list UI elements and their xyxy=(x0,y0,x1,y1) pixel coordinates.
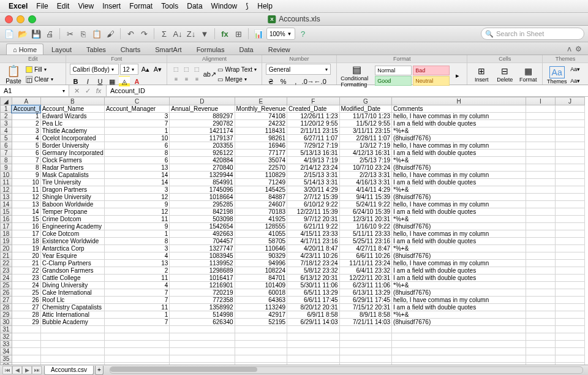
fill-button[interactable]: Fill▾ xyxy=(26,65,53,74)
cell[interactable]: Thistle Academy xyxy=(40,127,104,135)
cell[interactable] xyxy=(339,341,391,348)
cell[interactable] xyxy=(555,326,584,333)
cell[interactable] xyxy=(526,186,556,194)
cell[interactable] xyxy=(526,172,556,179)
cell[interactable]: 1745096 xyxy=(170,186,235,194)
sheet-search-input[interactable]: 🔍Search in Sheet xyxy=(481,28,584,40)
paste-icon[interactable]: 📋 xyxy=(91,28,102,39)
sort-desc-icon[interactable]: Z↓ xyxy=(186,28,197,39)
cell[interactable]: I am a field with double quotes xyxy=(392,304,526,311)
cell[interactable]: 8 xyxy=(12,164,40,172)
cell[interactable]: 84701 xyxy=(235,275,287,282)
cell[interactable] xyxy=(555,135,584,142)
collapse-ribbon-icon[interactable]: ʌ xyxy=(567,45,571,53)
cell[interactable]: 11/11/11 23:24 xyxy=(339,260,391,267)
cell[interactable]: 21 xyxy=(12,260,40,267)
cell[interactable] xyxy=(339,333,391,341)
decrease-decimal-icon[interactable]: ←.0 xyxy=(315,76,326,87)
cell[interactable] xyxy=(555,113,584,120)
cell[interactable]: *%+& xyxy=(392,311,526,319)
cell[interactable] xyxy=(526,208,556,216)
cell[interactable]: 3 xyxy=(104,245,169,252)
column-header[interactable]: A xyxy=(12,97,40,105)
cell[interactable]: I am a field with double quotes xyxy=(392,267,526,275)
cell[interactable]: (8huisdf7676) xyxy=(392,252,526,260)
cell[interactable]: 5/30/11 11:06 xyxy=(287,282,339,289)
cell[interactable]: 26 xyxy=(12,297,40,304)
cell[interactable]: Comments xyxy=(392,105,526,113)
cell[interactable]: 720219 xyxy=(170,289,235,297)
cell[interactable] xyxy=(555,245,584,252)
tab-review[interactable]: Review xyxy=(262,44,297,55)
cell[interactable]: Mask Capatalists xyxy=(40,172,104,179)
cell[interactable] xyxy=(170,355,235,363)
column-header[interactable]: F xyxy=(287,97,339,105)
cut-icon[interactable]: ✂ xyxy=(64,28,75,39)
cell[interactable] xyxy=(555,223,584,230)
cell[interactable]: Tire University xyxy=(40,179,104,186)
menu-tools[interactable]: Tools xyxy=(161,2,178,10)
cell[interactable] xyxy=(287,355,339,363)
cell[interactable]: *%+& xyxy=(392,127,526,135)
cell[interactable]: 2 xyxy=(12,120,40,127)
cell[interactable]: 7 xyxy=(104,319,169,326)
cell[interactable]: Coke Dotcom xyxy=(40,230,104,238)
cell[interactable]: Antarctica Corp xyxy=(40,245,104,252)
cell[interactable]: 5/8/12 23:32 xyxy=(287,267,339,275)
cell[interactable] xyxy=(12,341,40,348)
cell[interactable]: 2/7/12 15:39 xyxy=(287,194,339,201)
cell[interactable] xyxy=(339,326,391,333)
menu-file[interactable]: File xyxy=(36,2,48,10)
cell[interactable]: 19 xyxy=(12,245,40,252)
cell[interactable]: 27 xyxy=(12,304,40,311)
cell[interactable] xyxy=(555,311,584,319)
copy-icon[interactable]: ⎘ xyxy=(78,28,89,39)
cell[interactable] xyxy=(555,194,584,201)
cell[interactable]: Account_Name xyxy=(40,105,104,113)
cell[interactable] xyxy=(526,260,556,267)
ribbon-settings-icon[interactable]: ⚙ xyxy=(575,45,582,53)
cell[interactable] xyxy=(235,355,287,363)
cell[interactable]: 8/9/11 8:58 xyxy=(339,311,391,319)
row-header[interactable]: 32 xyxy=(1,333,12,341)
cell[interactable]: 12 xyxy=(12,194,40,201)
row-header[interactable]: 28 xyxy=(1,304,12,311)
cell[interactable] xyxy=(235,341,287,348)
paste-button[interactable]: 📋Paste xyxy=(4,64,23,85)
name-box[interactable]: A1▾ xyxy=(0,85,69,96)
row-header[interactable]: 21 xyxy=(1,252,12,260)
cell[interactable] xyxy=(555,289,584,297)
cell[interactable] xyxy=(526,252,556,260)
cell[interactable]: 41925 xyxy=(235,216,287,223)
cell[interactable]: 6/6/11 17:45 xyxy=(287,297,339,304)
cell[interactable]: Roof Llc xyxy=(40,297,104,304)
cell[interactable]: 35074 xyxy=(235,157,287,164)
increase-font-icon[interactable]: A▴ xyxy=(140,64,151,75)
cell[interactable]: 110646 xyxy=(235,245,287,252)
cell[interactable] xyxy=(555,333,584,341)
accept-formula-icon[interactable]: ✓ xyxy=(83,87,92,95)
row-header[interactable]: 26 xyxy=(1,289,12,297)
row-header[interactable]: 31 xyxy=(1,326,12,333)
cell[interactable]: 14 xyxy=(104,179,169,186)
cell[interactable]: 7/15/12 20:31 xyxy=(339,304,391,311)
style-normal[interactable]: Normal xyxy=(375,66,412,75)
cell[interactable]: 22 xyxy=(12,267,40,275)
row-header[interactable]: 20 xyxy=(1,245,12,252)
cell[interactable]: 101409 xyxy=(235,282,287,289)
cell[interactable] xyxy=(555,127,584,135)
cell[interactable] xyxy=(526,113,556,120)
row-header[interactable]: 25 xyxy=(1,282,12,289)
cell[interactable] xyxy=(555,319,584,326)
tab-data[interactable]: Data xyxy=(232,44,260,55)
cell[interactable]: 11/17/10 1:23 xyxy=(339,113,391,120)
cell[interactable] xyxy=(339,363,391,365)
cell[interactable]: 11/5/12 9:55 xyxy=(339,120,391,127)
cell[interactable] xyxy=(555,120,584,127)
cell[interactable]: 10/7/10 23:24 xyxy=(339,164,391,172)
align-top-icon[interactable]: ⬚ xyxy=(171,65,181,74)
cell[interactable] xyxy=(104,341,169,348)
cell[interactable]: 98261 xyxy=(235,135,287,142)
cell[interactable] xyxy=(526,230,556,238)
cell[interactable]: I am a field with double quotes xyxy=(392,275,526,282)
